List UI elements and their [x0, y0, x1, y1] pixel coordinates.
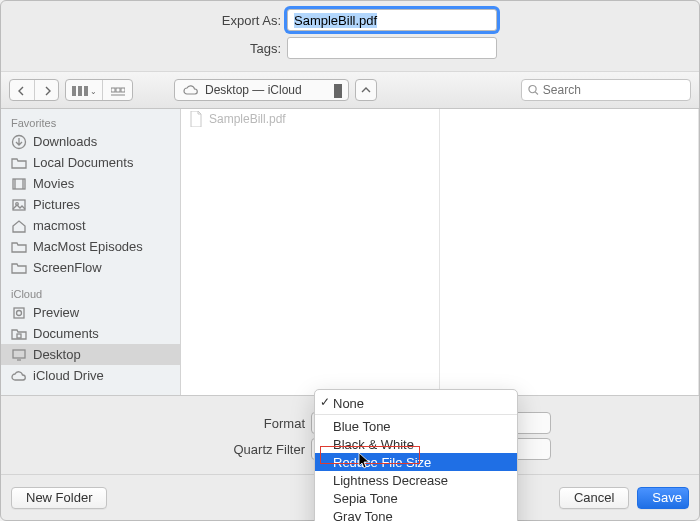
file-column-1[interactable]: SampleBill.pdf [181, 109, 440, 395]
sidebar-item-label: ScreenFlow [33, 260, 102, 275]
movies-icon [11, 176, 27, 192]
sidebar-item-label: Documents [33, 326, 99, 341]
chevron-left-icon [17, 86, 27, 96]
sidebar-item-label: MacMost Episodes [33, 239, 143, 254]
desktop-icon [11, 347, 27, 363]
forward-button[interactable] [34, 80, 58, 101]
menu-item-reduce-file-size[interactable]: Reduce File Size [315, 453, 517, 471]
sidebar-item-screenflow[interactable]: ScreenFlow [1, 257, 180, 278]
sidebar-item-label: Movies [33, 176, 74, 191]
export-as-label: Export As: [11, 13, 287, 28]
menu-separator [315, 414, 517, 415]
home-icon [11, 218, 27, 234]
collapse-button[interactable] [355, 79, 377, 101]
file-column-2[interactable] [440, 109, 699, 395]
svg-rect-0 [72, 86, 76, 96]
sidebar-item-local-documents[interactable]: Local Documents [1, 152, 180, 173]
svg-point-7 [529, 85, 536, 92]
svg-rect-17 [17, 334, 21, 338]
tags-row: Tags: [11, 37, 689, 59]
sidebar-item-preview[interactable]: Preview [1, 302, 180, 323]
sidebar-item-label: Desktop [33, 347, 81, 362]
doc-folder-icon [11, 326, 27, 342]
svg-rect-15 [14, 308, 24, 318]
svg-rect-2 [84, 86, 88, 96]
tags-input[interactable] [287, 37, 497, 59]
group-button[interactable] [102, 80, 132, 101]
menu-item-none[interactable]: None [315, 394, 517, 412]
svg-rect-18 [13, 350, 25, 358]
top-form: Export As: Tags: [1, 1, 699, 71]
preview-icon [11, 305, 27, 321]
main-area: Favorites DownloadsLocal DocumentsMovies… [1, 109, 699, 396]
sidebar-item-documents[interactable]: Documents [1, 323, 180, 344]
view-mode-group: ⌄ [65, 79, 133, 101]
sidebar-item-label: iCloud Drive [33, 368, 104, 383]
export-as-row: Export As: [11, 9, 689, 31]
file-browser: SampleBill.pdf [181, 109, 699, 395]
new-folder-button[interactable]: New Folder [11, 487, 107, 509]
columns-icon [72, 86, 88, 96]
chevron-up-icon [361, 85, 371, 95]
svg-rect-5 [121, 88, 125, 92]
sidebar-item-label: Preview [33, 305, 79, 320]
pictures-icon [11, 197, 27, 213]
download-icon [11, 134, 27, 150]
cloud-icon [11, 368, 27, 384]
quartz-filter-menu: None Blue ToneBlack & WhiteReduce File S… [314, 389, 518, 521]
sidebar-item-label: Local Documents [33, 155, 133, 170]
export-as-input[interactable] [287, 9, 497, 31]
folder-icon [11, 155, 27, 171]
menu-item-gray-tone[interactable]: Gray Tone [315, 507, 517, 521]
view-columns-button[interactable]: ⌄ [66, 80, 102, 101]
pdf-file-icon [189, 111, 203, 127]
search-field[interactable] [521, 79, 691, 101]
sidebar-item-movies[interactable]: Movies [1, 173, 180, 194]
sidebar-item-pictures[interactable]: Pictures [1, 194, 180, 215]
svg-line-8 [535, 92, 538, 95]
menu-item-black-white[interactable]: Black & White [315, 435, 517, 453]
location-popup[interactable]: Desktop — iCloud ▲▼ [174, 79, 349, 101]
group-icon [111, 85, 125, 97]
sidebar-item-desktop[interactable]: Desktop [1, 344, 180, 365]
cancel-button[interactable]: Cancel [559, 487, 629, 509]
svg-rect-4 [116, 88, 120, 92]
save-button[interactable]: Save [637, 487, 689, 509]
menu-item-lightness-decrease[interactable]: Lightness Decrease [315, 471, 517, 489]
sidebar: Favorites DownloadsLocal DocumentsMovies… [1, 109, 181, 395]
sidebar-item-macmost[interactable]: macmost [1, 215, 180, 236]
chevron-right-icon [42, 86, 52, 96]
nav-back-forward [9, 79, 59, 101]
sidebar-section-favorites: Favorites [1, 113, 180, 131]
sidebar-item-downloads[interactable]: Downloads [1, 131, 180, 152]
sidebar-item-label: macmost [33, 218, 86, 233]
folder-icon [11, 260, 27, 276]
updown-icon: ▲▼ [335, 83, 343, 97]
location-label: Desktop — iCloud [205, 83, 302, 97]
sidebar-item-label: Downloads [33, 134, 97, 149]
sidebar-item-icloud-drive[interactable]: iCloud Drive [1, 365, 180, 386]
toolbar: ⌄ Desktop — iCloud ▲▼ [1, 71, 699, 109]
svg-point-16 [17, 310, 22, 315]
search-icon [528, 84, 539, 96]
sidebar-item-macmost-episodes[interactable]: MacMost Episodes [1, 236, 180, 257]
cloud-icon [183, 84, 199, 96]
format-label: Format [11, 416, 311, 431]
menu-item-blue-tone[interactable]: Blue Tone [315, 417, 517, 435]
svg-rect-13 [13, 200, 25, 210]
sidebar-section-icloud: iCloud [1, 284, 180, 302]
quartz-filter-label: Quartz Filter [11, 442, 311, 457]
search-input[interactable] [543, 83, 684, 97]
tags-label: Tags: [11, 41, 287, 56]
menu-item-sepia-tone[interactable]: Sepia Tone [315, 489, 517, 507]
svg-rect-1 [78, 86, 82, 96]
file-row[interactable]: SampleBill.pdf [181, 109, 439, 129]
back-button[interactable] [10, 80, 34, 101]
svg-rect-3 [111, 88, 115, 92]
folder-icon [11, 239, 27, 255]
sidebar-item-label: Pictures [33, 197, 80, 212]
file-name: SampleBill.pdf [209, 112, 286, 126]
